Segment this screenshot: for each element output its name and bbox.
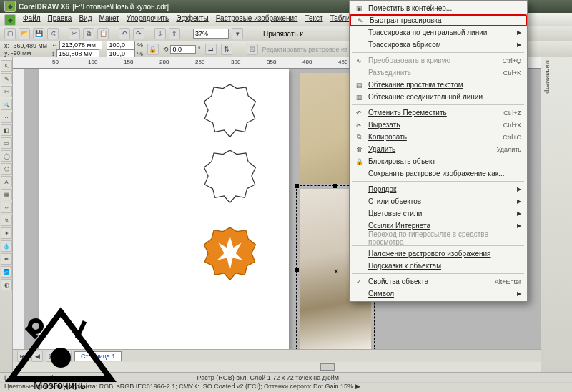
separator xyxy=(352,273,524,274)
lock-icon: 🔒 xyxy=(354,157,364,167)
undo-icon[interactable]: ↶ xyxy=(119,28,130,39)
mirror-v-icon[interactable]: ⇅ xyxy=(221,44,232,55)
submenu-arrow-icon: ▶ xyxy=(517,198,521,205)
container-icon: ▣ xyxy=(354,4,364,14)
ctx-cut[interactable]: ✂ВырезатьCtrl+X xyxy=(350,119,527,131)
separator xyxy=(352,181,524,182)
menu-view[interactable]: Вид xyxy=(79,14,92,24)
interactive-fill-icon[interactable]: ◐ xyxy=(1,279,12,290)
page-tabs: ⏮ ◀ ▣ ▶ Страница 1 xyxy=(13,349,572,362)
ctx-properties[interactable]: ✓Свойства объектаAlt+Enter xyxy=(350,275,527,288)
selection-handle[interactable] xyxy=(333,184,337,188)
effects-tool-icon[interactable]: ✦ xyxy=(1,227,12,239)
new-icon[interactable]: ▢ xyxy=(4,28,16,39)
context-menu: ▣Поместить в контейнер... ✎Быстрая трасс… xyxy=(349,0,528,302)
save-icon[interactable]: 💾 xyxy=(33,28,44,39)
shape-outline-2[interactable] xyxy=(199,147,260,205)
menu-text[interactable]: Текст xyxy=(305,14,322,24)
pick-tool-icon[interactable]: ↖ xyxy=(1,60,12,72)
menu-layout[interactable]: Макет xyxy=(99,14,119,24)
smart-fill-icon[interactable]: ◧ xyxy=(1,124,12,136)
menu-file[interactable]: Файл xyxy=(23,14,41,24)
zoom-input[interactable] xyxy=(193,29,229,39)
open-icon[interactable]: 📂 xyxy=(19,28,30,39)
app-name: CorelDRAW X6 xyxy=(19,3,69,11)
snap-label[interactable]: Привязать к xyxy=(263,30,303,38)
app-icon: ◆ xyxy=(4,1,16,12)
prop-rotation[interactable] xyxy=(170,45,196,54)
status-bar-2: Цветовые профили документа: RGB: sRGB IE… xyxy=(0,382,572,392)
page-first-icon[interactable]: ⏮ xyxy=(17,351,29,362)
shape-tool-icon[interactable]: ✎ xyxy=(1,73,12,84)
page-next-icon[interactable]: ▶ xyxy=(60,351,72,362)
right-docker[interactable]: миллиметр xyxy=(541,57,572,372)
page-prev-icon[interactable]: ◀ xyxy=(31,351,43,362)
menu-edit[interactable]: Правка xyxy=(48,14,72,24)
page-add-icon[interactable]: ▣ xyxy=(46,351,57,362)
delete-icon: 🗑 xyxy=(354,144,364,155)
status-object: Растр (RGB) вкл. Слой 1 72 x 72 точек на… xyxy=(54,374,482,381)
copy-icon[interactable]: ⧉ xyxy=(83,28,94,39)
redo-icon[interactable]: ↷ xyxy=(133,28,144,39)
mirror-h-icon[interactable]: ⇄ xyxy=(205,44,217,55)
selection-handle[interactable] xyxy=(295,184,299,188)
app-menu-icon[interactable]: ◆ xyxy=(4,14,16,26)
eyedropper-tool-icon[interactable]: 💧 xyxy=(1,240,12,252)
ctx-delete[interactable]: 🗑УдалитьУдалить xyxy=(350,143,527,155)
prop-height[interactable] xyxy=(56,49,99,58)
ctx-color-styles[interactable]: Цветовые стили▶ xyxy=(350,207,527,220)
freehand-tool-icon[interactable]: 〰 xyxy=(1,112,12,123)
cut-icon[interactable]: ✂ xyxy=(69,28,80,39)
prop-scale-y[interactable] xyxy=(107,49,135,58)
import-icon[interactable]: ⇩ xyxy=(154,28,166,39)
crop-tool-icon[interactable]: ✂ xyxy=(1,86,12,97)
ctx-save-bitmap[interactable]: Сохранить растровое изображение как... xyxy=(350,167,527,180)
ellipse-tool-icon[interactable]: ◯ xyxy=(1,150,12,162)
ctx-wrap-connect[interactable]: ▥Обтекание соединительной линии xyxy=(350,91,527,103)
edit-bitmap-icon[interactable]: 🖼 xyxy=(247,44,258,55)
horizontal-scrollbar[interactable] xyxy=(13,362,572,372)
ctx-obj-styles[interactable]: Стили объектов▶ xyxy=(350,195,527,207)
prop-width[interactable] xyxy=(59,41,102,49)
table-tool-icon[interactable]: ▦ xyxy=(1,189,12,200)
menu-bitmaps[interactable]: Растровые изображения xyxy=(216,14,298,24)
check-icon: ✓ xyxy=(354,277,364,287)
paste-icon[interactable]: 📋 xyxy=(97,28,109,39)
lock-ratio-icon[interactable]: 🔒 xyxy=(147,44,159,55)
menu-arrange[interactable]: Упорядочить xyxy=(127,14,169,24)
fill-tool-icon[interactable]: 🪣 xyxy=(1,266,12,278)
shape-horde-logo[interactable] xyxy=(199,225,260,282)
separator xyxy=(352,52,524,53)
ctx-copy[interactable]: ⧉КопироватьCtrl+C xyxy=(350,131,527,143)
page-tab-1[interactable]: Страница 1 xyxy=(74,351,122,361)
ctx-hints[interactable]: Подсказки к объектам xyxy=(350,260,527,272)
rectangle-tool-icon[interactable]: ▭ xyxy=(1,137,12,149)
selection-handle[interactable] xyxy=(295,268,299,272)
status-bar: ( -372, , -136,93 ) Растр (RGB) вкл. Сло… xyxy=(0,372,572,382)
ctx-order[interactable]: Порядок▶ xyxy=(350,183,527,195)
ruler-vertical[interactable] xyxy=(13,69,24,349)
ctx-overlay[interactable]: Наложение растрового изображения xyxy=(350,248,527,260)
outline-tool-icon[interactable]: ✒ xyxy=(1,253,12,265)
ctx-quick-trace[interactable]: ✎Быстрая трассировка xyxy=(350,14,527,26)
ctx-symbol[interactable]: Символ▶ xyxy=(350,288,527,300)
prop-y: -90 мм xyxy=(11,49,31,57)
ctx-undo[interactable]: ↶Отменить ПереместитьCtrl+Z xyxy=(350,107,527,119)
ctx-wrap-simple[interactable]: ▤Обтекание простым текстом xyxy=(350,79,527,91)
prop-scale-x[interactable] xyxy=(107,41,135,49)
ctx-lock[interactable]: 🔒Блокировать объект xyxy=(350,155,527,167)
menu-effects[interactable]: Эффекты xyxy=(176,14,208,24)
text-tool-icon[interactable]: A xyxy=(1,176,12,187)
export-icon[interactable]: ⇧ xyxy=(169,28,180,39)
polygon-tool-icon[interactable]: ⬠ xyxy=(1,163,12,175)
dimension-tool-icon[interactable]: ↔ xyxy=(1,202,12,213)
zoom-dropdown-icon[interactable]: ▾ xyxy=(232,28,243,39)
scroll-thumb[interactable] xyxy=(320,363,335,371)
print-icon[interactable]: 🖨 xyxy=(47,28,59,39)
ctx-place-container[interactable]: ▣Поместить в контейнер... xyxy=(350,2,527,14)
connector-tool-icon[interactable]: ↯ xyxy=(1,215,12,226)
ctx-trace-centerline[interactable]: Трассировка по центральной линии▶ xyxy=(350,26,527,39)
shape-outline-1[interactable] xyxy=(199,82,260,139)
ctx-trace-outline[interactable]: Трассировка абрисом▶ xyxy=(350,39,527,51)
zoom-tool-icon[interactable]: 🔍 xyxy=(1,99,12,110)
